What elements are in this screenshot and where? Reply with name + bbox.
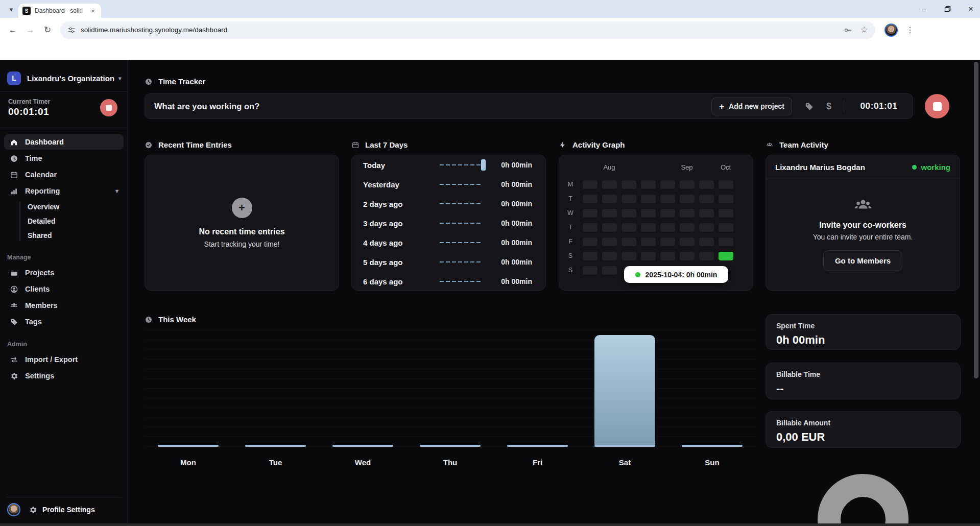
browser-menu-icon[interactable]: ⋮ xyxy=(905,25,915,35)
go-to-members-button[interactable]: Go to Members xyxy=(823,250,902,271)
url-bar[interactable]: solidtime.mariushosting.synology.me/dash… xyxy=(60,21,875,39)
activity-cell[interactable] xyxy=(622,195,636,203)
sidebar-item-tags[interactable]: Tags xyxy=(4,314,124,329)
activity-cell[interactable] xyxy=(719,195,733,203)
activity-cell[interactable] xyxy=(602,237,617,246)
activity-cell[interactable] xyxy=(680,209,695,218)
activity-cell[interactable] xyxy=(699,237,714,246)
add-new-project-button[interactable]: + Add new project xyxy=(711,98,792,115)
week-chart-column[interactable] xyxy=(668,330,756,447)
sidebar-item-import-export[interactable]: Import / Export xyxy=(4,352,124,367)
week-chart-column[interactable] xyxy=(581,330,668,447)
activity-cell[interactable] xyxy=(680,237,695,246)
organization-switcher[interactable]: L Lixandru's Organization ▾ xyxy=(7,71,122,85)
profile-settings-button[interactable]: Profile Settings xyxy=(0,503,128,516)
day-row[interactable]: 6 days ago 0h 00min xyxy=(352,272,545,291)
task-description-input[interactable] xyxy=(153,101,711,112)
activity-cell[interactable] xyxy=(699,252,714,260)
browser-tab[interactable]: S Dashboard - solid × xyxy=(18,4,101,18)
day-row[interactable]: 3 days ago 0h 00min xyxy=(352,213,545,233)
vertical-scrollbar[interactable] xyxy=(974,62,978,378)
activity-cell[interactable] xyxy=(622,223,636,232)
activity-cell[interactable] xyxy=(602,223,617,232)
site-info-icon[interactable] xyxy=(67,26,76,34)
activity-cell[interactable] xyxy=(583,195,597,203)
window-restore-button[interactable] xyxy=(942,4,952,14)
sidebar-item-time[interactable]: Time xyxy=(4,151,124,166)
activity-cell[interactable] xyxy=(660,180,675,189)
add-entry-icon[interactable]: + xyxy=(232,198,252,218)
activity-cell[interactable] xyxy=(719,237,733,246)
sidebar-item-clients[interactable]: Clients xyxy=(4,281,124,297)
activity-cell[interactable] xyxy=(641,223,656,232)
activity-cell[interactable] xyxy=(699,209,714,218)
sidebar-item-detailed[interactable]: Detailed xyxy=(23,214,119,228)
activity-cell[interactable] xyxy=(622,252,636,260)
sidebar-item-settings[interactable]: Settings xyxy=(4,368,124,384)
tracker-timer-value[interactable]: 00:01:01 xyxy=(856,101,901,111)
activity-cell[interactable] xyxy=(660,223,675,232)
activity-cell[interactable] xyxy=(622,237,636,246)
activity-cell[interactable] xyxy=(583,223,597,232)
activity-cell[interactable] xyxy=(622,180,636,189)
activity-cell[interactable] xyxy=(641,209,656,218)
window-close-button[interactable]: × xyxy=(966,4,976,14)
tab-list-chevron-icon[interactable]: ▾ xyxy=(6,4,16,14)
activity-cell[interactable] xyxy=(583,209,597,218)
activity-cell[interactable] xyxy=(660,237,675,246)
activity-cell[interactable] xyxy=(583,266,597,275)
activity-cell[interactable] xyxy=(622,209,636,218)
stop-timer-button[interactable] xyxy=(100,99,117,116)
activity-cell[interactable] xyxy=(719,252,733,260)
week-bar[interactable] xyxy=(594,335,655,445)
activity-cell[interactable] xyxy=(719,180,733,189)
activity-cell[interactable] xyxy=(660,252,675,260)
activity-cell[interactable] xyxy=(583,180,597,189)
activity-cell[interactable] xyxy=(660,195,675,203)
window-minimize-button[interactable]: – xyxy=(919,4,929,14)
activity-cell[interactable] xyxy=(680,223,695,232)
activity-cell[interactable] xyxy=(719,223,733,232)
activity-cell[interactable] xyxy=(680,195,695,203)
day-row[interactable]: Today 0h 00min xyxy=(352,155,545,175)
week-chart-column[interactable] xyxy=(494,330,581,447)
sidebar-item-dashboard[interactable]: Dashboard xyxy=(4,134,124,150)
activity-cell[interactable] xyxy=(699,180,714,189)
day-row[interactable]: 5 days ago 0h 00min xyxy=(352,252,545,272)
day-row[interactable]: 4 days ago 0h 00min xyxy=(352,233,545,252)
reload-icon[interactable]: ↻ xyxy=(41,23,54,37)
billable-dollar-icon[interactable]: $ xyxy=(826,101,831,112)
activity-cell[interactable] xyxy=(719,209,733,218)
activity-cell[interactable] xyxy=(680,252,695,260)
activity-cell[interactable] xyxy=(583,237,597,246)
activity-cell[interactable] xyxy=(641,237,656,246)
sidebar-item-projects[interactable]: Projects xyxy=(4,265,124,280)
sidebar-item-calendar[interactable]: Calendar xyxy=(4,167,124,182)
sidebar-item-reporting[interactable]: Reporting ▾ xyxy=(4,183,124,199)
day-row[interactable]: Yesterday 0h 00min xyxy=(352,175,545,194)
bookmark-star-icon[interactable]: ☆ xyxy=(861,25,868,35)
team-member-row[interactable]: Lixandru Marius Bogdan working xyxy=(766,155,960,179)
activity-cell[interactable] xyxy=(660,209,675,218)
browser-profile-avatar[interactable] xyxy=(885,23,898,37)
tag-icon[interactable] xyxy=(804,102,814,111)
activity-cell[interactable] xyxy=(602,266,617,275)
sidebar-item-overview[interactable]: Overview xyxy=(23,200,119,214)
week-chart-column[interactable] xyxy=(319,330,407,447)
activity-cell[interactable] xyxy=(699,195,714,203)
activity-cell[interactable] xyxy=(699,223,714,232)
week-chart-column[interactable] xyxy=(145,330,232,447)
week-chart-column[interactable] xyxy=(232,330,319,447)
day-row[interactable]: 2 days ago 0h 00min xyxy=(352,194,545,213)
activity-cell[interactable] xyxy=(641,195,656,203)
sidebar-item-shared[interactable]: Shared xyxy=(23,228,119,243)
activity-cell[interactable] xyxy=(680,180,695,189)
activity-cell[interactable] xyxy=(583,252,597,260)
activity-cell[interactable] xyxy=(602,209,617,218)
stop-timer-button-main[interactable] xyxy=(925,94,949,118)
activity-cell[interactable] xyxy=(641,180,656,189)
activity-cell[interactable] xyxy=(602,180,617,189)
forward-icon[interactable]: → xyxy=(23,23,37,37)
activity-cell[interactable] xyxy=(602,252,617,260)
activity-cell[interactable] xyxy=(641,252,656,260)
